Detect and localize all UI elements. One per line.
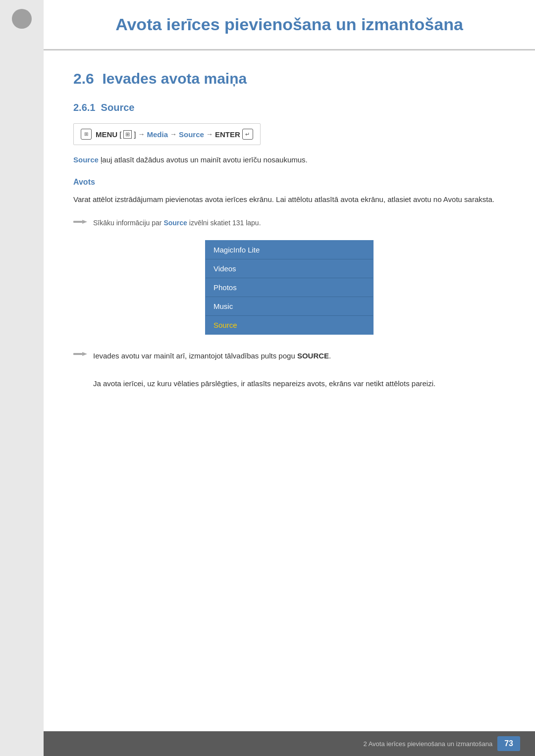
description-rest: ļauj atlasīt dažādus avotus un mainīt av… [99, 155, 308, 164]
source-bold: Source [73, 155, 99, 164]
note-icon [73, 217, 87, 226]
grid-icon: ⊞ [123, 130, 132, 139]
note1-after: izvēlni skatiet 131 lapu. [187, 219, 261, 227]
enter-icon: ↵ [242, 129, 253, 140]
footer-page-number: 73 [497, 736, 520, 751]
menu-icon: ⊞ [81, 129, 92, 140]
description: Source ļauj atlasīt dažādus avotus un ma… [73, 154, 505, 166]
note2-icon [73, 350, 87, 358]
svg-marker-3 [82, 352, 87, 356]
note2-bold: SOURCE [297, 352, 329, 360]
enter-label: ENTER [215, 130, 240, 139]
page-header: Avota ierīces pievienošana un izmantošan… [44, 0, 535, 50]
avots-heading: Avots [73, 178, 505, 187]
note2-after: . [329, 352, 331, 360]
note2-text: Ievades avotu var mainīt arī, izmantojot… [93, 350, 331, 362]
section-heading: 2.6 Ievades avota maiņa [73, 70, 505, 87]
source-label-path: Source [179, 130, 204, 139]
note2-before: Ievades avotu var mainīt arī, izmantojot… [93, 352, 297, 360]
sidebar-circle [12, 9, 32, 29]
menu-item-photos[interactable]: Photos [206, 278, 373, 297]
subsection-heading: 2.6.1 Source [73, 102, 505, 113]
menu-path: ⊞ MENU [ ⊞ ] → Media → Source → ENTER ↵ [73, 123, 261, 145]
menu-item-music[interactable]: Music [206, 297, 373, 316]
avots-text: Varat attēlot izstrādājumam pievienotas … [73, 194, 505, 205]
media-label: Media [147, 130, 168, 139]
section-number: 2.6 [73, 70, 94, 87]
section-title: Ievades avota maiņa [102, 70, 247, 87]
footer: 2 Avota ierīces pievienošana un izmantoš… [0, 731, 535, 756]
main-content: 2.6 Ievades avota maiņa 2.6.1 Source ⊞ M… [44, 50, 535, 436]
menu-item-source[interactable]: Source [206, 316, 373, 334]
note3-text: Ja avota ierīcei, uz kuru vēlaties pārsl… [93, 377, 505, 390]
note1-bold: Source [163, 219, 187, 227]
arrow1: → [138, 130, 145, 138]
menu-item-magicinfo[interactable]: MagicInfo Lite [206, 241, 373, 259]
note1-text: Sīkāku informāciju par Source izvēlni sk… [93, 217, 261, 228]
footer-text: 2 Avota ierīces pievienošana un izmantoš… [364, 740, 493, 748]
note1-block: Sīkāku informāciju par Source izvēlni sk… [73, 217, 505, 228]
left-sidebar [0, 0, 44, 756]
menu-item-videos[interactable]: Videos [206, 259, 373, 278]
svg-rect-0 [73, 221, 82, 223]
subsection-number: 2.6.1 [73, 102, 95, 113]
menu-label: MENU [96, 130, 117, 139]
note2-block: Ievades avotu var mainīt arī, izmantojot… [73, 350, 505, 369]
bracket-open: [ [119, 130, 121, 139]
arrow2: → [170, 130, 177, 138]
source-menu-box: MagicInfo Lite Videos Photos Music Sourc… [205, 240, 374, 335]
bracket-close: ] [134, 130, 136, 139]
svg-rect-2 [73, 353, 82, 355]
arrow3: → [206, 130, 213, 138]
svg-marker-1 [82, 220, 87, 224]
subsection-title: Source [101, 102, 135, 113]
page-title: Avota ierīces pievienošana un izmantošan… [73, 15, 505, 34]
note1-before: Sīkāku informāciju par [93, 219, 163, 227]
